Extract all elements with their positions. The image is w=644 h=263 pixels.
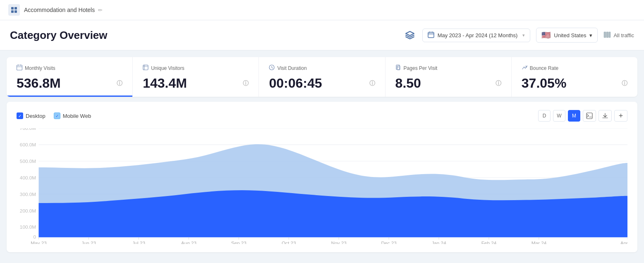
svg-text:Jan 24: Jan 24 <box>431 240 446 244</box>
metric-pages-per-visit[interactable]: Pages Per Visit 8.50 ⓘ <box>385 57 512 97</box>
svg-text:Aug 23: Aug 23 <box>181 240 197 244</box>
svg-text:300.0M: 300.0M <box>20 191 36 197</box>
unique-visitors-icon <box>143 65 148 72</box>
download-button[interactable] <box>599 110 612 122</box>
svg-rect-1 <box>14 7 17 10</box>
svg-text:100.0M: 100.0M <box>20 224 36 230</box>
metric-header-monthly-visits: Monthly Visits <box>17 65 122 72</box>
country-label: United States <box>554 32 586 38</box>
traffic-icon <box>603 31 611 39</box>
svg-text:Dec 23: Dec 23 <box>381 240 397 244</box>
mobile-checkbox[interactable]: ✓ <box>54 112 60 119</box>
main-content: Monthly Visits 536.8M ⓘ Unique Visitors … <box>0 57 644 259</box>
page-title: Category Overview <box>10 29 108 42</box>
period-btn-m[interactable]: M <box>568 110 580 122</box>
date-range-selector[interactable]: May 2023 - Apr 2024 (12 Months) ▾ <box>422 29 531 42</box>
pages-per-visit-label: Pages Per Visit <box>404 65 438 71</box>
period-btn-w[interactable]: W <box>553 110 565 122</box>
export-excel-button[interactable] <box>583 110 596 122</box>
metric-bounce-rate[interactable]: Bounce Rate 37.05% ⓘ <box>512 57 637 97</box>
country-chevron: ▾ <box>589 32 592 38</box>
svg-text:Feb 24: Feb 24 <box>481 240 497 244</box>
date-chevron: ▾ <box>522 33 525 38</box>
svg-text:200.0M: 200.0M <box>20 208 36 214</box>
unique-visitors-info[interactable]: ⓘ <box>243 80 249 87</box>
legend-mobile[interactable]: ✓ Mobile Web <box>54 112 91 119</box>
chart-svg: 700.0M 600.0M 500.0M 400.0M 300.0M 200.0… <box>17 128 627 244</box>
metric-header-bounce-rate: Bounce Rate <box>522 65 627 72</box>
svg-text:Oct 23: Oct 23 <box>282 240 296 244</box>
svg-rect-6 <box>606 32 608 38</box>
svg-rect-8 <box>17 65 22 70</box>
svg-text:Nov 23: Nov 23 <box>331 240 347 244</box>
svg-rect-5 <box>604 32 606 38</box>
visit-duration-info[interactable]: ⓘ <box>369 80 375 87</box>
metric-monthly-visits[interactable]: Monthly Visits 536.8M ⓘ <box>7 57 133 97</box>
edit-icon[interactable]: ✏ <box>98 7 103 13</box>
metric-unique-visitors[interactable]: Unique Visitors 143.4M ⓘ <box>133 57 259 97</box>
bounce-rate-icon <box>522 65 527 72</box>
period-btn-d[interactable]: D <box>538 110 551 122</box>
header-controls: May 2023 - Apr 2024 (12 Months) ▾ 🇺🇸 Uni… <box>403 28 634 43</box>
pages-per-visit-icon <box>395 65 401 72</box>
legend-desktop[interactable]: ✓ Desktop <box>17 112 45 119</box>
metric-header-pages-per-visit: Pages Per Visit <box>395 65 501 72</box>
svg-rect-2 <box>11 10 14 13</box>
svg-text:Apr 24: Apr 24 <box>620 240 627 244</box>
svg-rect-9 <box>143 65 148 70</box>
header-row: Category Overview May 2023 - Apr 2024 (1… <box>0 20 644 50</box>
calendar-icon <box>428 31 434 39</box>
bounce-rate-info[interactable]: ⓘ <box>622 80 627 87</box>
svg-rect-13 <box>587 113 592 119</box>
bounce-rate-value: 37.05% ⓘ <box>522 76 627 91</box>
metric-header-unique-visitors: Unique Visitors <box>143 65 249 72</box>
svg-text:500.0M: 500.0M <box>20 158 36 164</box>
top-bar: Accommodation and Hotels ✏ <box>0 0 644 20</box>
svg-text:Jul 23: Jul 23 <box>132 240 146 244</box>
add-button[interactable]: + <box>614 110 627 122</box>
unique-visitors-label: Unique Visitors <box>151 65 184 71</box>
visit-duration-label: Visit Duration <box>277 65 306 71</box>
traffic-label: All traffic <box>613 32 634 38</box>
svg-text:700.0M: 700.0M <box>20 128 36 131</box>
svg-text:Sep 23: Sep 23 <box>231 240 247 244</box>
metric-visit-duration[interactable]: Visit Duration 00:06:45 ⓘ <box>259 57 385 97</box>
svg-text:600.0M: 600.0M <box>20 142 36 148</box>
chart-section: ✓ Desktop ✓ Mobile Web D W M <box>7 102 637 252</box>
metric-header-visit-duration: Visit Duration <box>269 65 375 72</box>
chart-legend: ✓ Desktop ✓ Mobile Web <box>17 112 91 119</box>
desktop-label: Desktop <box>26 113 45 119</box>
svg-rect-3 <box>14 10 17 13</box>
date-range-label: May 2023 - Apr 2024 (12 Months) <box>438 32 518 38</box>
metrics-row: Monthly Visits 536.8M ⓘ Unique Visitors … <box>7 57 637 97</box>
svg-rect-7 <box>609 32 610 38</box>
svg-text:Jun 23: Jun 23 <box>81 240 96 244</box>
svg-text:400.0M: 400.0M <box>20 175 36 181</box>
chart-controls: ✓ Desktop ✓ Mobile Web D W M <box>17 110 627 122</box>
svg-rect-0 <box>11 7 14 10</box>
monthly-visits-value: 536.8M ⓘ <box>17 76 122 91</box>
chart-period-buttons: D W M + <box>538 110 627 122</box>
svg-text:May 23: May 23 <box>31 240 47 244</box>
tab-icon <box>8 4 20 16</box>
traffic-selector[interactable]: All traffic <box>603 31 634 39</box>
monthly-visits-icon <box>17 65 22 72</box>
pages-per-visit-value: 8.50 ⓘ <box>395 76 501 91</box>
tab-label: Accommodation and Hotels <box>24 7 95 13</box>
category-icon-button[interactable] <box>403 29 417 42</box>
bounce-rate-label: Bounce Rate <box>530 65 558 71</box>
chart-area: 700.0M 600.0M 500.0M 400.0M 300.0M 200.0… <box>17 128 627 244</box>
svg-text:Mar 24: Mar 24 <box>531 240 547 244</box>
mobile-label: Mobile Web <box>63 113 91 119</box>
visit-duration-icon <box>269 65 275 72</box>
pages-per-visit-info[interactable]: ⓘ <box>496 80 501 87</box>
svg-rect-4 <box>428 32 434 38</box>
country-selector[interactable]: 🇺🇸 United States ▾ <box>536 28 598 43</box>
visit-duration-value: 00:06:45 ⓘ <box>269 76 375 91</box>
country-flag: 🇺🇸 <box>541 31 551 40</box>
desktop-checkbox[interactable]: ✓ <box>17 112 23 119</box>
monthly-visits-info[interactable]: ⓘ <box>117 80 122 87</box>
monthly-visits-label: Monthly Visits <box>25 65 55 71</box>
svg-text:0: 0 <box>34 234 36 240</box>
unique-visitors-value: 143.4M ⓘ <box>143 76 249 91</box>
